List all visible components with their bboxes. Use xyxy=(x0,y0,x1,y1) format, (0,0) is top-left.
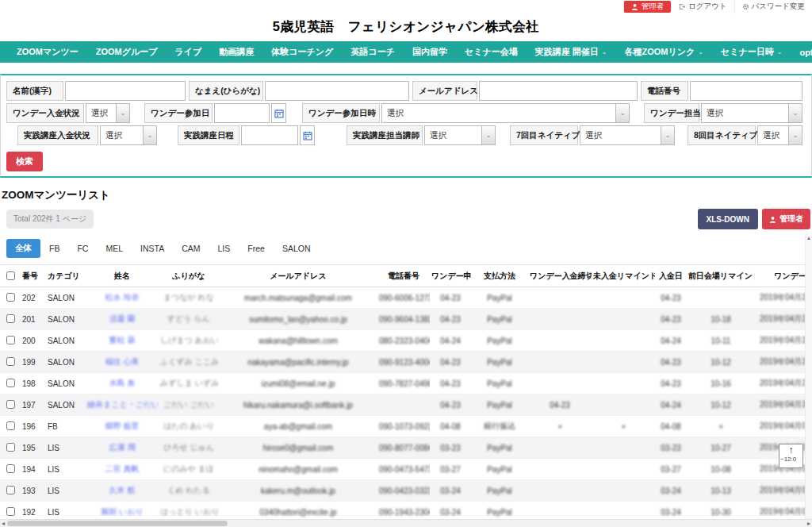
name-link[interactable]: 福住 心美 xyxy=(105,357,140,366)
nav-item-0[interactable]: ZOOMマンツー xyxy=(8,46,87,58)
table-row: 199SALON福住 心美ふくずみ ここみnakayama@pacific.in… xyxy=(0,352,806,373)
name-link[interactable]: 服部 いおり xyxy=(101,507,143,516)
tab-FB[interactable]: FB xyxy=(40,240,68,257)
name-link[interactable]: 重松 葵 xyxy=(109,336,136,344)
search-row-0: 名前(漢字)なまえ(ひらがな)メールアドレス電話番号 xyxy=(6,81,806,101)
admin-button[interactable]: 管理者 xyxy=(762,209,810,229)
scroll-up-arrow-icon[interactable]: ▴ xyxy=(806,235,812,241)
tab-INSTA[interactable]: INSTA xyxy=(132,240,173,257)
select-dropdown[interactable]: 選択⌄ xyxy=(86,103,130,123)
field-group: 名前(漢字) xyxy=(6,81,186,101)
name-link[interactable]: 細井まこと・ごだい xyxy=(87,400,159,409)
row-checkbox[interactable] xyxy=(6,357,15,366)
nav-item-7[interactable]: セミナー会場 xyxy=(456,46,527,58)
nav-item-2[interactable]: ライブ xyxy=(167,46,211,58)
vertical-scrollbar[interactable]: ▴ xyxy=(805,234,812,519)
col-header-9: 未入金リマインド送付日 xyxy=(592,265,655,287)
horizontal-scrollbar-thumb[interactable] xyxy=(7,521,228,526)
nav-item-8[interactable]: 実践講座 開催日⌄ xyxy=(527,46,616,58)
nav-item-label: ZOOMマンツー xyxy=(17,46,79,58)
nav-item-1[interactable]: ZOOMグループ xyxy=(87,46,167,58)
select-dropdown[interactable]: 選択⌄ xyxy=(757,125,802,145)
row-checkbox[interactable] xyxy=(6,400,15,409)
nav-item-label: セミナー会場 xyxy=(465,46,518,58)
tab-全体[interactable]: 全体 xyxy=(6,239,40,258)
calendar-picker-button[interactable] xyxy=(271,103,286,123)
tab-SALON[interactable]: SALON xyxy=(274,240,320,257)
row-checkbox[interactable] xyxy=(6,464,15,473)
row-checkbox[interactable] xyxy=(6,443,15,452)
password-change-link[interactable]: パスワード変更 xyxy=(734,0,812,13)
cell-number: 197 xyxy=(21,394,46,416)
cell-category: LIS xyxy=(46,437,86,459)
field-label: ワンデー参加日時 xyxy=(302,103,380,123)
name-link[interactable]: 水島 泉 xyxy=(109,379,136,387)
row-checkbox[interactable] xyxy=(6,421,15,430)
row-checkbox[interactable] xyxy=(6,293,15,302)
calendar-picker-button[interactable] xyxy=(300,125,315,145)
scroll-right-arrow-icon[interactable]: ▸ xyxy=(807,520,810,527)
date-input[interactable] xyxy=(214,103,270,123)
logout-label: ログアウト xyxy=(688,2,727,12)
col-header-1: カテゴリ xyxy=(46,265,86,287)
row-checkbox[interactable] xyxy=(6,336,15,344)
cell-seminar-datetime: 2019年04月30日(火)19:00~21:0 xyxy=(755,394,806,416)
nav-item-3[interactable]: 動画講座 xyxy=(210,46,262,58)
cell-name: 畑野 藍里 xyxy=(86,416,159,437)
select-all-checkbox[interactable] xyxy=(6,271,15,280)
row-checkbox[interactable] xyxy=(6,486,15,494)
select-dropdown[interactable]: 選択⌄ xyxy=(701,103,802,123)
tab-MEL[interactable]: MEL xyxy=(97,240,132,257)
cell-payment-deadline xyxy=(528,480,592,502)
horizontal-scrollbar[interactable]: ◂ ▸ xyxy=(0,519,812,527)
tab-LIS[interactable]: LIS xyxy=(209,240,239,257)
row-checkbox[interactable] xyxy=(6,379,15,387)
text-input[interactable] xyxy=(265,81,409,101)
field-label: 7回目ネイティブ xyxy=(510,125,578,145)
select-dropdown[interactable]: 選択⌄ xyxy=(100,125,157,145)
cell-paid-date: 04-23 xyxy=(655,309,687,330)
nav-item-9[interactable]: 各種ZOOMリンク⌄ xyxy=(615,46,711,58)
tab-FC[interactable]: FC xyxy=(68,240,97,257)
nav-item-10[interactable]: セミナー日時⌄ xyxy=(712,46,791,58)
nav-item-5[interactable]: 英語コーチ xyxy=(342,46,404,58)
tab-CAM[interactable]: CAM xyxy=(173,240,209,257)
row-checkbox[interactable] xyxy=(6,314,15,323)
row-checkbox[interactable] xyxy=(6,507,15,516)
field-group: 電話番号 xyxy=(641,81,802,101)
chevron-down-icon: ⌄ xyxy=(615,104,629,122)
name-link[interactable]: 広瀬 潤 xyxy=(109,443,136,452)
nav-item-4[interactable]: 体験コーチング xyxy=(262,46,342,58)
name-link[interactable]: 久米 航 xyxy=(109,486,136,494)
nav-item-6[interactable]: 国内留学 xyxy=(404,46,456,58)
logout-link[interactable]: ログアウト xyxy=(671,0,734,13)
text-input[interactable] xyxy=(65,81,186,101)
text-input[interactable] xyxy=(479,81,638,101)
admin-badge[interactable]: 管理者 xyxy=(623,1,671,13)
nav-item-label: 国内留学 xyxy=(412,46,447,58)
cell-paid-date: 04-24 xyxy=(655,330,687,352)
name-link[interactable]: 二宮 真帆 xyxy=(105,464,140,473)
select-dropdown[interactable]: 選択⌄ xyxy=(424,125,496,145)
tab-Free[interactable]: Free xyxy=(239,240,274,257)
cell-email: wakana@hilltown.com xyxy=(219,330,377,352)
scroll-to-top-button[interactable]: ↑ ~12:0 xyxy=(779,444,803,468)
nav-item-11[interactable]: optionselect xyxy=(791,48,812,57)
name-link[interactable]: 松永 玲奈 xyxy=(105,293,140,302)
select-dropdown[interactable]: 選択⌄ xyxy=(580,125,675,145)
text-input[interactable] xyxy=(690,81,802,101)
cell-number: 200 xyxy=(21,330,46,352)
scroll-left-arrow-icon[interactable]: ◂ xyxy=(2,520,5,527)
col-header-7: 支払方法 xyxy=(471,265,528,287)
cell-prevday-reminder: 10-11 xyxy=(687,330,755,352)
search-button[interactable]: 検索 xyxy=(6,152,43,171)
date-input[interactable] xyxy=(241,125,298,145)
col-header-6[interactable]: ワンデー申込日♦ xyxy=(430,265,471,287)
xls-download-button[interactable]: XLS-DOWN xyxy=(698,209,758,229)
name-link[interactable]: 畑野 藍里 xyxy=(105,421,140,430)
admin-button-label: 管理者 xyxy=(779,213,803,225)
select-value: 選択 xyxy=(101,130,143,141)
name-link[interactable]: 須藤 蘭 xyxy=(109,314,136,323)
select-dropdown[interactable]: 選択⌄ xyxy=(381,103,630,123)
category-tabs: 全体FBFCMELINSTACAMLISFreeSALON xyxy=(6,239,812,258)
